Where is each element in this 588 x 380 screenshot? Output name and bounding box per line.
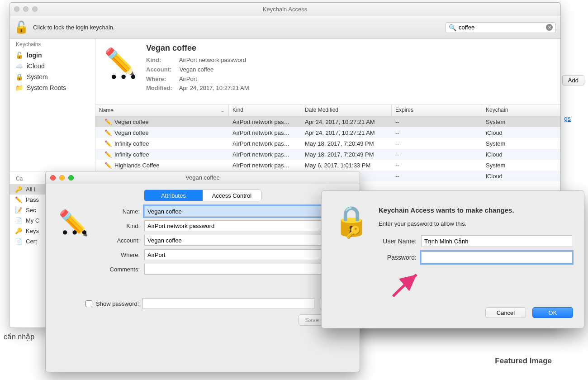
minimize-icon[interactable] (23, 6, 28, 12)
row-keychain: System (482, 162, 560, 169)
sidebar-item-label: System (27, 73, 48, 81)
ok-button[interactable]: OK (532, 307, 573, 318)
detail-kind-label: Kind: (146, 56, 178, 65)
featured-image-heading: Featured Image (495, 356, 552, 366)
account-field[interactable] (144, 235, 351, 246)
sidebar-item-system-roots[interactable]: 📁System Roots (9, 82, 95, 93)
name-field[interactable] (144, 206, 351, 217)
search-field[interactable]: 🔍 ✕ (446, 22, 556, 33)
row-kind: AirPort network pas… (229, 151, 301, 158)
detail-where-value: AirPort (179, 76, 197, 82)
row-kind: AirPort network pas… (229, 140, 301, 147)
label-show-password: Show password: (96, 300, 139, 307)
row-kind: AirPort network pas… (229, 162, 301, 169)
column-kind[interactable]: Kind (229, 104, 301, 116)
cloud-icon: ☁️ (15, 62, 23, 70)
column-keychain[interactable]: Keychain (482, 104, 560, 116)
lock-hint-text: Click to lock the login keychain. (33, 24, 115, 31)
row-date: Apr 24, 2017, 10:27:21 AM (301, 129, 392, 136)
password-field[interactable] (421, 252, 572, 263)
close-icon[interactable] (14, 6, 19, 12)
detail-account-value: Vegan coffee (180, 66, 214, 73)
category-label: Pass (26, 196, 39, 203)
row-name: Infinity coffee (114, 140, 149, 147)
detail-modified-value: Apr 24, 2017, 10:27:21 AM (179, 85, 249, 91)
sidebar-item-icloud[interactable]: ☁️iCloud (9, 61, 95, 71)
password-item-icon: ✏️● ● ● (102, 43, 138, 80)
table-row[interactable]: ✏️Vegan coffeeAirPort network pas…Apr 24… (95, 127, 560, 138)
show-password-field[interactable] (142, 298, 314, 309)
password-item-icon: ✏️ (104, 129, 112, 136)
row-kind: AirPort network pas… (229, 129, 301, 136)
row-date: Apr 24, 2017, 10:27:21 AM (301, 119, 392, 125)
table-row[interactable]: ✏️Vegan coffeeAirPort network pas…Apr 24… (95, 116, 560, 127)
category-icon: 🔑 (15, 186, 22, 193)
row-name: Vegan coffee (114, 129, 149, 136)
detail-item-name: Vegan coffee (146, 43, 249, 53)
column-expires[interactable]: Expires (392, 104, 482, 116)
row-expires: -- (392, 119, 482, 125)
minimize-icon[interactable] (59, 175, 65, 180)
zoom-icon[interactable] (68, 175, 74, 180)
annotation-arrow-icon (389, 270, 426, 302)
category-icon: ✏️ (15, 196, 22, 203)
sidebar-item-system[interactable]: 🔒System (9, 71, 95, 82)
search-icon: 🔍 (449, 24, 456, 31)
window-title: Keychain Access (263, 6, 307, 13)
kind-field[interactable] (144, 220, 351, 231)
category-icon: 🔑 (15, 228, 22, 234)
detail-tabs: Attributes Access Control (144, 190, 261, 201)
settings-link-partial[interactable]: gs (564, 115, 571, 122)
window-titlebar[interactable]: Keychain Access (9, 3, 560, 16)
sidebar-item-login[interactable]: 🔓login (9, 50, 95, 61)
detail-where-label: Where: (146, 75, 178, 84)
category-label: Cert (26, 238, 37, 245)
zoom-icon[interactable] (32, 6, 38, 12)
row-kind: AirPort network pas… (229, 119, 301, 125)
sidebar-item-label: System Roots (27, 84, 66, 91)
where-field[interactable] (144, 249, 351, 260)
row-date: May 6, 2017, 1:01:33 PM (301, 162, 392, 169)
clear-search-icon[interactable]: ✕ (546, 24, 553, 31)
comments-field[interactable] (144, 264, 351, 275)
traffic-lights-main (14, 6, 38, 12)
tab-attributes[interactable]: Attributes (144, 190, 203, 201)
password-item-icon: ✏️ (104, 151, 112, 158)
category-icon: 📝 (15, 207, 22, 214)
column-name[interactable]: Name⌄ (95, 104, 229, 116)
password-item-icon: ✏️ (104, 162, 112, 169)
sidebar-heading-keychains: Keychains (9, 39, 95, 50)
label-name: Name: (54, 208, 144, 215)
sidebar-item-label: login (27, 52, 42, 59)
sidebar-item-label: iCloud (27, 62, 45, 70)
lock-keychain-icon[interactable]: 🔓 (14, 20, 28, 34)
tab-access-control[interactable]: Access Control (203, 190, 261, 201)
prompt-description: Enter your password to allow this. (379, 220, 572, 227)
category-label: Sec (26, 207, 36, 214)
row-keychain: System (482, 140, 560, 147)
close-icon[interactable] (50, 175, 56, 180)
row-keychain: iCloud (482, 173, 560, 180)
password-prompt-dialog: 🔒🔑 Keychain Access wants to make changes… (321, 190, 584, 328)
table-row[interactable]: ✏️Infinity coffeeAirPort network pas…May… (95, 138, 560, 149)
row-keychain: iCloud (482, 129, 560, 136)
cancel-button[interactable]: Cancel (485, 307, 526, 318)
table-header[interactable]: Name⌄ Kind Date Modified Expires Keychai… (95, 104, 560, 116)
background-text: cần nhập (4, 332, 34, 341)
table-row[interactable]: ✏️Highlands CoffeeAirPort network pas…Ma… (95, 160, 560, 171)
item-detail-window: Vegan coffee Attributes Access Control ✏… (45, 171, 360, 372)
table-row[interactable]: ✏️Infinity coffeeAirPort network pas…May… (95, 149, 560, 160)
toolbar: 🔓 Click to lock the login keychain. 🔍 ✕ (9, 16, 560, 39)
unlock-icon: 🔓 (15, 52, 23, 59)
username-label: User Name: (379, 238, 421, 245)
search-input[interactable] (459, 24, 546, 31)
username-field[interactable] (421, 235, 572, 247)
category-icon: 📄 (15, 238, 22, 245)
add-button[interactable]: Add (562, 75, 584, 86)
category-label: Keys (26, 228, 39, 234)
detail-window-titlebar[interactable]: Vegan coffee (46, 171, 360, 184)
detail-modified-label: Modified: (146, 84, 178, 93)
show-password-checkbox[interactable] (85, 300, 92, 307)
column-date-modified[interactable]: Date Modified (301, 104, 392, 116)
label-where: Where: (54, 252, 144, 258)
